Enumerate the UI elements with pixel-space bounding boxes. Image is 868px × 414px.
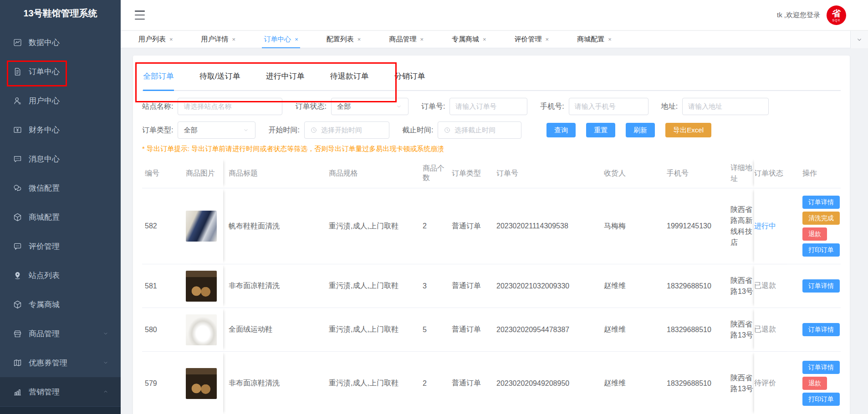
- chevron-down-icon: [102, 330, 109, 337]
- column-header: 订单状态: [754, 159, 792, 188]
- order-detail-button[interactable]: 订单详情: [802, 361, 840, 374]
- tab-order-center[interactable]: 订单中心×: [264, 31, 298, 48]
- tab-config-list[interactable]: 配置列表×: [327, 31, 361, 48]
- sidebar-item-wechat-config[interactable]: 微信配置: [0, 173, 121, 202]
- select-arrow-icon: [395, 103, 403, 110]
- close-icon[interactable]: ×: [483, 36, 486, 43]
- topbar-right: tk ,欢迎您登录 省 SQX: [777, 0, 846, 30]
- sidebar-item-product-mgmt[interactable]: 商品管理: [0, 319, 121, 348]
- marketing-icon: [13, 387, 22, 397]
- finance-icon: [13, 125, 22, 135]
- order-type-cell: 普通订单: [452, 264, 496, 308]
- column-header: 编号: [142, 159, 186, 188]
- order-detail-button[interactable]: 订单详情: [802, 279, 840, 293]
- export-excel-button[interactable]: 导出Excel: [665, 123, 711, 137]
- subtab-in-progress-orders[interactable]: 进行中订单: [266, 63, 305, 90]
- sidebar-item-review-mgmt[interactable]: 评价管理: [0, 232, 121, 261]
- data-center-icon: [13, 38, 22, 47]
- tab-label: 专属商城: [452, 35, 479, 44]
- print-order-button[interactable]: 打印订单: [802, 243, 840, 257]
- close-icon[interactable]: ×: [546, 36, 549, 43]
- sidebar-item-order-center[interactable]: 订单中心: [0, 57, 121, 86]
- actions-cell: 订单详情清洗完成退款打印订单: [792, 188, 841, 264]
- close-icon[interactable]: ×: [169, 36, 173, 43]
- product-title-cell: 全面绒运动鞋: [223, 308, 329, 351]
- canvas-shoe-closeup: [186, 211, 217, 242]
- order-center-icon: [13, 67, 22, 76]
- sidebar-item-exclusive-mall[interactable]: 专属商城: [0, 290, 121, 319]
- table-row: 579非布面凉鞋清洗重污渍,成人,上门取鞋2普通订单20230202094920…: [142, 352, 841, 414]
- tab-mall-config[interactable]: 商城配置×: [577, 31, 612, 48]
- sidebar-item-site-list[interactable]: 站点列表: [0, 261, 121, 290]
- tab-review-mgmt[interactable]: 评价管理×: [515, 31, 549, 48]
- refund-button[interactable]: 退款: [802, 377, 827, 390]
- order-type-cell: 普通订单: [452, 308, 496, 351]
- table-row: 582帆布鞋鞋面清洗重污渍,成人,上门取鞋2普通订单20230202111430…: [142, 188, 841, 264]
- sidebar: 13号鞋馆管理系统 数据中心订单中心用户中心财务中心消息中心微信配置商城配置评价…: [0, 0, 121, 414]
- tabs-overflow-button[interactable]: [850, 31, 868, 48]
- subtab-label: 待退款订单: [330, 72, 369, 81]
- hamburger-menu-icon[interactable]: [135, 10, 145, 20]
- dark-shoes-promo: [186, 271, 217, 302]
- order-detail-button[interactable]: 订单详情: [802, 323, 840, 336]
- search-button[interactable]: 查询: [546, 123, 576, 137]
- filter-label: 站点名称:: [142, 102, 173, 111]
- sidebar-item-coupon-mgmt[interactable]: 优惠券管理: [0, 348, 121, 377]
- sidebar-item-message-center[interactable]: 消息中心: [0, 144, 121, 173]
- filter-row-1: 站点名称:请选择站点名称订单状态:全部订单号:请输入订单号手机号:请输入手机号地…: [142, 98, 841, 115]
- review-icon: [13, 242, 22, 251]
- refund-button[interactable]: 退款: [802, 227, 827, 241]
- filter-end-time: 截止时间:选择截止时间: [402, 121, 521, 139]
- order-subtabs: 全部订单待取/送订单进行中订单待退款订单分销订单: [142, 63, 841, 91]
- start-time-picker[interactable]: 选择开始时间: [304, 121, 389, 139]
- tabs-bar: 用户列表×用户详情×订单中心×配置列表×商品管理×专属商城×评价管理×商城配置×: [121, 31, 868, 48]
- close-icon[interactable]: ×: [295, 36, 298, 43]
- reset-button[interactable]: 重置: [586, 123, 615, 137]
- column-header: 订单类型: [452, 159, 496, 188]
- avatar[interactable]: 省 SQX: [827, 5, 846, 25]
- tab-label: 用户列表: [138, 35, 166, 44]
- close-icon[interactable]: ×: [232, 36, 236, 43]
- sidebar-item-mall-config[interactable]: 商城配置: [0, 202, 121, 232]
- order-type-select[interactable]: 全部: [178, 121, 255, 139]
- subtab-distribution-orders[interactable]: 分销订单: [394, 63, 425, 90]
- subtab-pickup-orders[interactable]: 待取/送订单: [199, 63, 240, 90]
- tab-user-list[interactable]: 用户列表×: [138, 31, 173, 48]
- print-order-button[interactable]: 打印订单: [802, 393, 840, 406]
- sidebar-item-marketing-mgmt[interactable]: 营销管理: [0, 377, 121, 406]
- subtab-all-orders[interactable]: 全部订单: [143, 63, 174, 90]
- order-status-select[interactable]: 全部: [331, 98, 408, 115]
- tab-label: 商城配置: [577, 35, 604, 44]
- order-detail-button[interactable]: 订单详情: [802, 196, 840, 209]
- close-icon[interactable]: ×: [608, 36, 612, 43]
- product-image-cell: [186, 308, 223, 351]
- filter-label: 订单状态:: [295, 102, 326, 111]
- product-image-cell: [186, 352, 223, 414]
- close-icon[interactable]: ×: [357, 36, 361, 43]
- sidebar-item-data-center[interactable]: 数据中心: [0, 28, 121, 57]
- select-arrow-icon: [242, 126, 250, 134]
- close-icon[interactable]: ×: [420, 36, 424, 43]
- address-input[interactable]: 请输入地址: [682, 98, 769, 115]
- order-status-cell: 已退款: [754, 264, 792, 308]
- sidebar-item-finance-center[interactable]: 财务中心: [0, 115, 121, 144]
- phone-input[interactable]: 请输入手机号: [569, 98, 648, 115]
- column-header: 收货人: [604, 159, 667, 188]
- subtab-refund-orders[interactable]: 待退款订单: [330, 63, 369, 90]
- sidebar-item-user-center[interactable]: 用户中心: [0, 86, 121, 115]
- refresh-button[interactable]: 刷新: [626, 123, 655, 137]
- wash-complete-button[interactable]: 清洗完成: [802, 212, 840, 225]
- tab-product-mgmt[interactable]: 商品管理×: [389, 31, 424, 48]
- tab-label: 用户详情: [201, 35, 229, 44]
- site-name-input[interactable]: 请选择站点名称: [178, 98, 282, 115]
- tab-user-detail[interactable]: 用户详情×: [201, 31, 236, 48]
- sidebar-item-label: 评价管理: [29, 241, 60, 252]
- actions-cell: 订单详情: [792, 308, 841, 351]
- tab-exclusive-mall[interactable]: 专属商城×: [452, 31, 486, 48]
- chevron-down-icon: [102, 359, 109, 366]
- end-time-picker[interactable]: 选择截止时间: [438, 121, 521, 139]
- placeholder-text: 选择截止时间: [454, 126, 495, 135]
- selected-value: 全部: [184, 126, 242, 135]
- order-no-input[interactable]: 请输入订单号: [449, 98, 527, 115]
- receiver-cell: 赵维维: [604, 264, 667, 308]
